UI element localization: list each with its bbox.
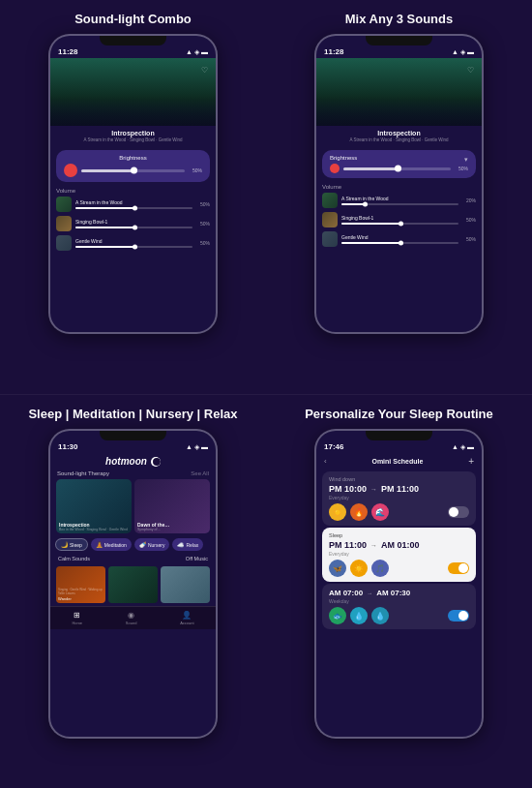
- phone-1: 11:28 ▲ ◈ ▬ ♡ Introspection A Stream in …: [48, 34, 218, 334]
- brightness-track-1[interactable]: [81, 169, 185, 172]
- sound-name-2-2: Gentle Wind: [341, 234, 458, 240]
- icon-bubble-sun[interactable]: ☀️: [329, 503, 346, 521]
- chip-relax[interactable]: ☁️ Relax: [172, 538, 203, 551]
- icon-bubble-water[interactable]: 🌊: [371, 503, 389, 521]
- calm-sounds-header: Calm Sounds Off Music: [50, 554, 216, 563]
- brightness-thumb-2[interactable]: [395, 166, 401, 172]
- brightness-track-2[interactable]: [343, 167, 451, 170]
- sound-info-2-2: Gentle Wind: [341, 234, 458, 244]
- cell-sleep-routine: Personalize Your Sleep Routine 17:46 ▲ ◈…: [266, 394, 532, 788]
- song-tile-0[interactable]: Introspection Box in the Wood · Singing …: [56, 479, 132, 533]
- mini-slider-2-1[interactable]: [341, 223, 458, 225]
- nav-home-label: Home: [72, 621, 82, 625]
- status-bar-4: 17:46 ▲ ◈ ▬: [316, 440, 482, 453]
- chip-meditation[interactable]: 🧘 Meditation: [91, 538, 132, 551]
- mini-slider-2-0[interactable]: [341, 203, 458, 205]
- back-icon[interactable]: ‹: [324, 457, 327, 466]
- notch-4: [366, 431, 431, 440]
- mini-slider-1-0[interactable]: [75, 207, 192, 209]
- status-bar-1: 11:28 ▲ ◈ ▬: [50, 45, 216, 58]
- sleep-icon-sun[interactable]: ☀️: [350, 560, 368, 577]
- mini-thumb-2-2[interactable]: [399, 241, 403, 246]
- heart-icon-2[interactable]: ♡: [467, 66, 474, 75]
- icon-bubble-fire[interactable]: 🔥: [350, 503, 368, 521]
- morning-icon-fish[interactable]: 🐟: [329, 607, 346, 624]
- brightness-value-2: 50%: [455, 166, 468, 171]
- sleep-end: AM 01:00: [381, 540, 420, 550]
- morning-end: AM 07:30: [376, 589, 410, 597]
- wind-down-end: PM 11:00: [381, 484, 419, 494]
- sleep-start: PM 11:00: [329, 540, 367, 550]
- mini-thumb-2-0[interactable]: [363, 202, 368, 207]
- morning-icon-drop2[interactable]: 💧: [371, 607, 389, 624]
- calm-tile-0[interactable]: Wander Singing · Gentle Wind · Waking up…: [56, 566, 105, 603]
- mini-slider-2-2[interactable]: [341, 242, 458, 244]
- morning-repeat: Weekday: [329, 598, 469, 604]
- signal-icon-3: ▲: [186, 443, 192, 450]
- brightness-circle-2: [330, 164, 340, 173]
- mini-slider-1-1[interactable]: [75, 227, 192, 228]
- song-tile-1[interactable]: Dawn of the… Symphony of…: [134, 479, 210, 533]
- volume-label-2: Volume: [322, 184, 476, 190]
- mini-thumb-1-2[interactable]: [133, 245, 137, 250]
- relax-chip-icon: ☁️: [177, 541, 184, 548]
- sound-name-2-1: Singing Bowl-1: [341, 215, 458, 221]
- sleep-icon-music[interactable]: 🎵: [371, 560, 389, 577]
- notch-3: [100, 431, 165, 440]
- status-icons-3: ▲ ◈ ▬: [186, 443, 208, 451]
- see-all[interactable]: See All: [191, 470, 209, 476]
- signal-icon: ▲: [186, 48, 192, 55]
- nav-account[interactable]: 👤 Account: [180, 611, 193, 625]
- brightness-panel-2: Brightness ▾ 50%: [322, 150, 476, 178]
- brightness-slider-row-1[interactable]: 50%: [64, 164, 202, 177]
- chip-sleep[interactable]: 🌙 Sleep: [55, 538, 88, 551]
- nav-home[interactable]: ⊞ Home: [72, 611, 82, 625]
- sleep-toggle[interactable]: [448, 562, 469, 574]
- battery-icon-3: ▬: [201, 443, 208, 450]
- sound-pct-1-1: 50%: [196, 221, 210, 227]
- sound-thumb-forest-1: [56, 197, 72, 212]
- sound-row-2-0: A Stream in the Wood 20%: [322, 193, 476, 208]
- brightness-slider-row-2[interactable]: 50%: [330, 164, 468, 173]
- mini-slider-1-2[interactable]: [75, 246, 192, 248]
- sound-name-1-1: Singing Bowl-1: [75, 219, 192, 225]
- chip-nursery-label: Nursery: [148, 542, 165, 548]
- off-music-label[interactable]: Off Music: [186, 556, 208, 561]
- mini-thumb-2-1[interactable]: [399, 222, 403, 227]
- sound-pct-1-0: 50%: [196, 201, 210, 207]
- nav-account-label: Account: [180, 621, 193, 625]
- mini-thumb-1-0[interactable]: [133, 206, 137, 211]
- mini-thumb-1-1[interactable]: [133, 226, 137, 230]
- cell-3-title: Sleep | Meditation | Nursery | Relax: [28, 407, 237, 421]
- brightness-fill-2: [343, 167, 398, 170]
- mini-fill-2-1: [341, 223, 400, 225]
- brightness-thumb-1[interactable]: [131, 167, 137, 174]
- wifi-icon-4: ◈: [460, 443, 465, 451]
- toggle-knob-sleep: [458, 563, 468, 573]
- heart-icon-1[interactable]: ♡: [201, 66, 208, 75]
- chevron-down-icon[interactable]: ▾: [464, 156, 468, 164]
- wind-down-time-row: PM 10:00 → PM 11:00: [329, 484, 469, 494]
- wind-down-start: PM 10:00: [329, 484, 367, 494]
- morning-toggle[interactable]: [448, 610, 469, 621]
- calm-tile-1[interactable]: [108, 566, 158, 603]
- sound-pct-1-2: 50%: [196, 240, 210, 246]
- notch-1: [100, 36, 165, 45]
- sound-info-1-0: A Stream in the Wood: [75, 199, 192, 209]
- nav-sound[interactable]: ◉ Sound: [126, 611, 137, 625]
- screen-image-1: ♡: [50, 58, 216, 126]
- morning-icon-drop1[interactable]: 💧: [350, 607, 368, 624]
- morning-arrow: →: [367, 591, 372, 596]
- phone-3: 11:30 ▲ ◈ ▬ hotmoon Sound-light Therapy …: [48, 429, 218, 739]
- morning-start: AM 07:00: [329, 589, 363, 597]
- sleep-icon-butterfly[interactable]: 🦋: [329, 560, 346, 577]
- mini-fill-2-0: [341, 203, 365, 205]
- sound-thumb-bowl-2: [322, 212, 338, 227]
- brightness-panel-1: Brightness 50%: [56, 150, 210, 182]
- signal-icon-2: ▲: [452, 48, 458, 55]
- chip-nursery[interactable]: 🍼 Nursery: [134, 538, 170, 551]
- add-schedule-button[interactable]: +: [468, 456, 474, 467]
- wind-down-toggle[interactable]: [448, 506, 469, 518]
- calm-tile-2[interactable]: [161, 566, 210, 603]
- sound-thumb-bowl-1: [56, 216, 72, 231]
